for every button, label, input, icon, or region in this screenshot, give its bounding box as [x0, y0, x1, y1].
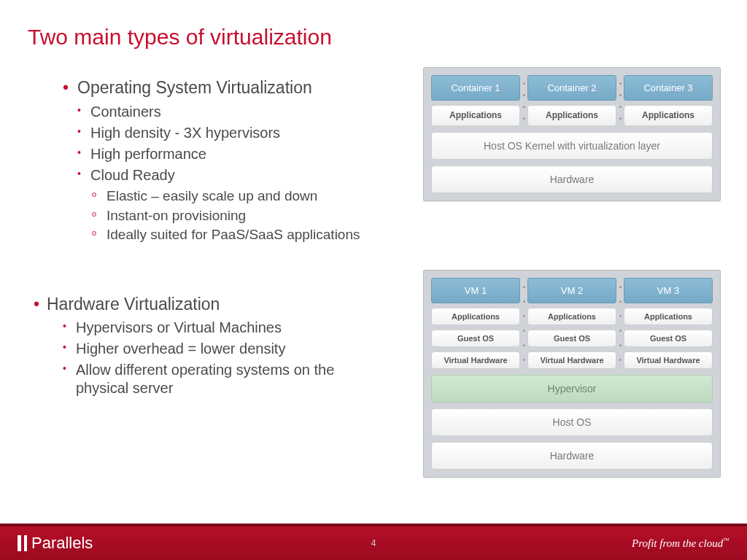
tm-mark: ™ — [723, 537, 729, 544]
list-item: High density - 3X hypervisors — [77, 124, 384, 142]
apps-box: Applications — [624, 105, 713, 126]
diagram-vms: VM 1 Applications Guest OS Virtual Hardw… — [423, 270, 721, 478]
vm-col: VM 2 Applications Guest OS Virtual Hardw… — [527, 278, 616, 369]
footer-bar: Parallels 4 Profit from the cloud™ — [0, 524, 747, 560]
container-label: Container 3 — [624, 75, 713, 101]
kernel-bar: Host OS Kernel with virtualization layer — [431, 132, 713, 160]
tagline: Profit from the cloud™ — [632, 537, 729, 550]
guestos-box: Guest OS — [527, 330, 616, 347]
guestos-box: Guest OS — [431, 330, 520, 347]
list-item: Cloud Ready Elastic – easily scale up an… — [77, 166, 384, 244]
vm-col: VM 3 Applications Guest OS Virtual Hardw… — [624, 278, 713, 369]
sub-list: Hypervisors or Virtual Machines Higher o… — [63, 319, 384, 397]
heading-text: Hardware Virtualization — [47, 295, 384, 314]
brand-bars-icon — [18, 535, 27, 551]
apps-box: Applications — [431, 308, 520, 325]
vm-label: VM 3 — [624, 278, 713, 303]
tagline-text: Profit from the cloud — [632, 537, 723, 549]
dots-icon — [619, 77, 622, 124]
list-item: Elastic – easily scale up and down — [90, 187, 384, 205]
bullet-list: Operating System Virtualization Containe… — [63, 77, 384, 244]
content-area: Operating System Virtualization Containe… — [63, 77, 384, 400]
dots-icon — [523, 280, 525, 367]
vhw-box: Virtual Hardware — [624, 351, 713, 369]
apps-box: Applications — [624, 308, 713, 325]
hardware-bar: Hardware — [431, 442, 713, 470]
brand-logo: Parallels — [18, 534, 93, 553]
container-label: Container 2 — [527, 75, 616, 101]
list-item: High performance — [77, 145, 384, 163]
sub-list: Containers High density - 3X hypervisors… — [77, 103, 384, 244]
section-hw-virt: Hardware Virtualization Hypervisors or V… — [63, 295, 384, 397]
list-item: Instant-on provisioning — [90, 207, 384, 225]
slide-title: Two main types of virtualization — [28, 25, 332, 50]
container-col: Container 3 Applications — [624, 75, 713, 126]
vm-label: VM 2 — [527, 278, 616, 303]
hostos-bar: Host OS — [431, 408, 713, 436]
list-item: Containers — [77, 103, 384, 121]
container-col: Container 1 Applications — [431, 75, 520, 126]
vhw-box: Virtual Hardware — [431, 351, 520, 369]
list-item: Higher overhead = lower density — [63, 340, 384, 358]
hardware-bar: Hardware — [431, 166, 713, 193]
apps-box: Applications — [527, 308, 616, 325]
page-number: 4 — [371, 538, 376, 548]
apps-box: Applications — [431, 105, 520, 126]
container-col: Container 2 Applications — [527, 75, 616, 126]
list-item: Ideally suited for PaaS/SaaS application… — [90, 226, 384, 244]
list-item: Allow different operating systems on the… — [63, 361, 384, 397]
apps-box: Applications — [527, 105, 616, 126]
dots-icon — [523, 77, 525, 124]
container-row: Container 1 Applications Container 2 App… — [431, 75, 713, 126]
slide: Two main types of virtualization Operati… — [0, 0, 747, 560]
vm-col: VM 1 Applications Guest OS Virtual Hardw… — [431, 278, 520, 369]
item-text: Cloud Ready — [90, 167, 175, 183]
guestos-box: Guest OS — [624, 330, 713, 347]
vm-row: VM 1 Applications Guest OS Virtual Hardw… — [431, 278, 713, 369]
container-label: Container 1 — [431, 75, 520, 101]
brand-text: Parallels — [31, 534, 93, 553]
vhw-box: Virtual Hardware — [527, 351, 616, 369]
section-os-virt: Operating System Virtualization Containe… — [63, 77, 384, 244]
heading-text: Operating System Virtualization — [77, 78, 312, 97]
list-item: Hypervisors or Virtual Machines — [63, 319, 384, 337]
dots-icon — [619, 280, 622, 367]
diagram-containers: Container 1 Applications Container 2 App… — [423, 67, 721, 201]
vm-label: VM 1 — [431, 278, 520, 303]
hypervisor-bar: Hypervisor — [431, 375, 713, 402]
sub-sub-list: Elastic – easily scale up and down Insta… — [90, 187, 384, 244]
